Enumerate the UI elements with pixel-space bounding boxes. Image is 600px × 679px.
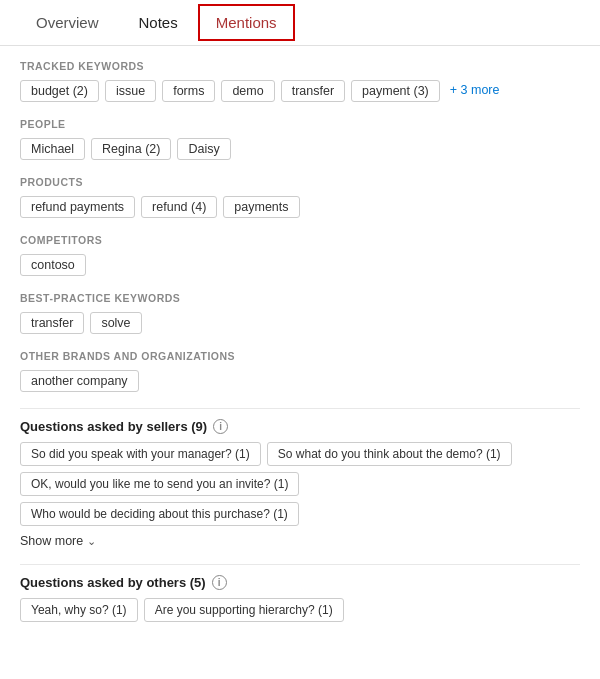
tag-another-company[interactable]: another company (20, 370, 139, 392)
best-practice-title: BEST-PRACTICE KEYWORDS (20, 292, 580, 304)
tag-bp-transfer[interactable]: transfer (20, 312, 84, 334)
questions-sellers-section: Questions asked by sellers (9) i So did … (20, 419, 580, 550)
q-seller-4[interactable]: Who would be deciding about this purchas… (20, 502, 299, 526)
q-other-2[interactable]: Are you supporting hierarchy? (1) (144, 598, 344, 622)
q-other-1[interactable]: Yeah, why so? (1) (20, 598, 138, 622)
competitors-section: COMPETITORS contoso (20, 234, 580, 276)
tag-forms[interactable]: forms (162, 80, 215, 102)
competitors-tags: contoso (20, 254, 580, 276)
questions-sellers-title: Questions asked by sellers (9) i (20, 419, 580, 434)
best-practice-tags: transfer solve (20, 312, 580, 334)
sellers-question-tags: So did you speak with your manager? (1) … (20, 442, 580, 466)
tag-payments[interactable]: payments (223, 196, 299, 218)
products-tags: refund payments refund (4) payments (20, 196, 580, 218)
divider-2 (20, 564, 580, 565)
products-title: PRODUCTS (20, 176, 580, 188)
tag-transfer[interactable]: transfer (281, 80, 345, 102)
tag-regina[interactable]: Regina (2) (91, 138, 171, 160)
tag-bp-solve[interactable]: solve (90, 312, 141, 334)
show-more-button[interactable]: Show more ⌄ (20, 532, 580, 550)
other-brands-section: OTHER BRANDS AND ORGANIZATIONS another c… (20, 350, 580, 392)
others-question-tags: Yeah, why so? (1) Are you supporting hie… (20, 598, 580, 622)
questions-others-section: Questions asked by others (5) i Yeah, wh… (20, 575, 580, 622)
other-brands-title: OTHER BRANDS AND ORGANIZATIONS (20, 350, 580, 362)
tag-payment[interactable]: payment (3) (351, 80, 440, 102)
tracked-keywords-title: TRACKED KEYWORDS (20, 60, 580, 72)
other-brands-tags: another company (20, 370, 580, 392)
divider-1 (20, 408, 580, 409)
tab-overview[interactable]: Overview (16, 2, 119, 43)
tag-budget[interactable]: budget (2) (20, 80, 99, 102)
tab-bar: Overview Notes Mentions (0, 0, 600, 46)
q-seller-2[interactable]: So what do you think about the demo? (1) (267, 442, 512, 466)
mentions-content: TRACKED KEYWORDS budget (2) issue forms … (0, 46, 600, 650)
tag-demo[interactable]: demo (221, 80, 274, 102)
competitors-title: COMPETITORS (20, 234, 580, 246)
tab-notes[interactable]: Notes (119, 2, 198, 43)
best-practice-section: BEST-PRACTICE KEYWORDS transfer solve (20, 292, 580, 334)
tag-contoso[interactable]: contoso (20, 254, 86, 276)
tracked-keywords-section: TRACKED KEYWORDS budget (2) issue forms … (20, 60, 580, 102)
q-seller-1[interactable]: So did you speak with your manager? (1) (20, 442, 261, 466)
tag-refund[interactable]: refund (4) (141, 196, 217, 218)
sellers-question-tags-2: OK, would you like me to send you an inv… (20, 472, 580, 526)
more-keywords-link[interactable]: + 3 more (446, 80, 504, 102)
products-section: PRODUCTS refund payments refund (4) paym… (20, 176, 580, 218)
tag-michael[interactable]: Michael (20, 138, 85, 160)
q-seller-3[interactable]: OK, would you like me to send you an inv… (20, 472, 299, 496)
tag-issue[interactable]: issue (105, 80, 156, 102)
chevron-down-icon: ⌄ (87, 535, 96, 548)
people-title: PEOPLE (20, 118, 580, 130)
tag-refund-payments[interactable]: refund payments (20, 196, 135, 218)
people-section: PEOPLE Michael Regina (2) Daisy (20, 118, 580, 160)
people-tags: Michael Regina (2) Daisy (20, 138, 580, 160)
sellers-info-icon[interactable]: i (213, 419, 228, 434)
tab-mentions[interactable]: Mentions (198, 4, 295, 41)
tag-daisy[interactable]: Daisy (177, 138, 230, 160)
others-info-icon[interactable]: i (212, 575, 227, 590)
questions-others-title: Questions asked by others (5) i (20, 575, 580, 590)
tracked-keywords-tags: budget (2) issue forms demo transfer pay… (20, 80, 580, 102)
